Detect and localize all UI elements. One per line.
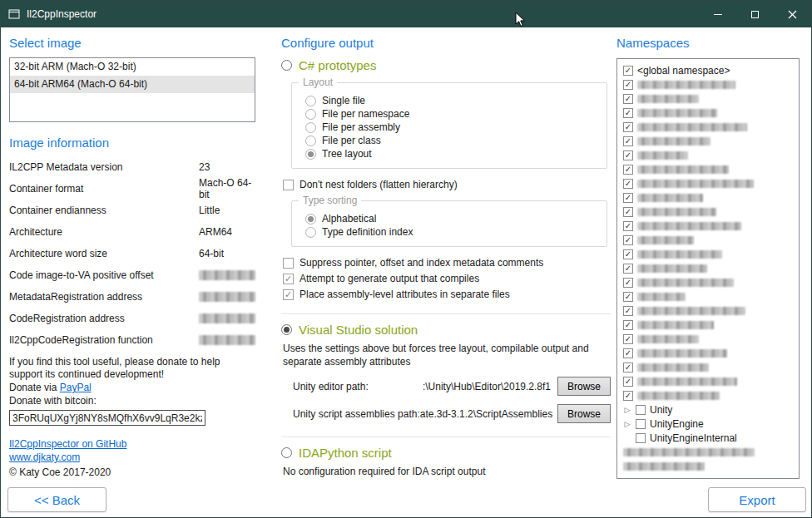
output-option-checkbox[interactable]: Attempt to generate output that compiles (283, 273, 612, 284)
namespace-checkbox[interactable] (623, 150, 633, 160)
namespace-item[interactable] (623, 361, 795, 374)
namespace-checkbox[interactable] (623, 122, 633, 132)
namespace-checkbox[interactable] (623, 136, 633, 146)
namespace-item[interactable] (623, 163, 795, 176)
namespace-label: <global namespace> (637, 65, 730, 76)
redacted-label (637, 250, 722, 259)
radio-csharp-prototypes[interactable]: C# prototypes (281, 58, 612, 72)
namespace-checkbox[interactable] (623, 306, 633, 316)
checkbox-icon (283, 258, 294, 269)
app-icon (8, 9, 20, 19)
image-list-item[interactable]: 32-bit ARM (Mach-O 32-bit) (10, 58, 255, 76)
option-label: Don't nest folders (flatten hierarchy) (300, 179, 458, 190)
namespace-item[interactable] (623, 347, 795, 360)
namespace-checkbox[interactable] (623, 80, 633, 90)
namespace-checkbox[interactable] (623, 264, 633, 274)
namespace-checkbox[interactable] (623, 179, 633, 189)
namespace-item[interactable]: ▷UnityEngine (623, 417, 795, 431)
namespace-label: Unity (650, 404, 672, 416)
namespace-item[interactable] (623, 333, 795, 346)
namespace-checkbox[interactable] (623, 377, 633, 387)
namespace-checkbox[interactable] (623, 66, 633, 76)
redacted-label (637, 123, 747, 131)
namespace-checkbox[interactable] (623, 108, 633, 118)
back-button[interactable]: << Back (7, 487, 106, 512)
namespace-item[interactable] (623, 191, 795, 205)
namespace-checkbox[interactable] (623, 278, 633, 288)
namespace-item[interactable] (623, 234, 795, 247)
website-link[interactable]: www.djkaty.com (9, 451, 80, 463)
layout-option[interactable]: File per assembly (305, 121, 598, 133)
layout-option[interactable]: File per class (305, 135, 598, 146)
namespace-checkbox[interactable] (623, 334, 633, 344)
namespace-item[interactable] (623, 276, 795, 289)
namespace-item[interactable] (623, 78, 795, 91)
type-sorting-option[interactable]: Type definition index (305, 226, 598, 238)
expander-icon[interactable]: ▷ (623, 406, 631, 414)
namespace-checkbox[interactable] (623, 363, 633, 372)
output-option-checkbox[interactable]: Suppress pointer, offset and index metad… (283, 257, 612, 269)
close-icon[interactable] (774, 1, 811, 27)
github-link[interactable]: Il2CppInspector on GitHub (9, 438, 126, 450)
maximize-icon[interactable] (736, 1, 774, 27)
namespace-item[interactable]: ▷Unity (623, 403, 795, 417)
browse-editor-path-button[interactable]: Browse (557, 377, 611, 396)
bitcoin-address-input[interactable] (9, 410, 205, 426)
radio-visual-studio-solution[interactable]: Visual Studio solution (281, 323, 612, 337)
namespace-item[interactable] (623, 135, 795, 148)
namespace-item[interactable]: UnityEngineInternal (623, 432, 795, 445)
flatten-hierarchy-checkbox[interactable]: Don't nest folders (flatten hierarchy) (283, 179, 612, 190)
namespace-checkbox[interactable] (623, 391, 633, 401)
namespace-item[interactable] (623, 318, 795, 332)
namespace-item[interactable] (623, 92, 795, 106)
layout-option[interactable]: File per namespace (305, 108, 598, 120)
namespace-checkbox[interactable] (636, 405, 646, 415)
namespace-item[interactable] (623, 121, 795, 134)
image-list-item[interactable]: 64-bit ARM64 (Mach-O 64-bit) (10, 76, 255, 93)
namespace-checkbox[interactable] (623, 94, 633, 104)
namespace-checkbox[interactable] (623, 348, 633, 358)
layout-option[interactable]: Tree layout (305, 148, 598, 160)
image-list[interactable]: 32-bit ARM (Mach-O 32-bit)64-bit ARM64 (… (9, 57, 255, 122)
namespace-checkbox[interactable] (623, 165, 633, 175)
export-button[interactable]: Export (708, 487, 806, 512)
paypal-link[interactable]: PayPal (60, 382, 92, 393)
namespace-checkbox[interactable] (623, 292, 633, 302)
radio-icon (305, 96, 316, 106)
namespace-item[interactable] (623, 205, 795, 219)
output-option-checkbox[interactable]: Place assembly-level attributes in separ… (283, 289, 612, 300)
namespace-checkbox[interactable] (623, 249, 633, 259)
namespace-item[interactable]: <global namespace> (623, 64, 795, 77)
redacted-label (637, 208, 716, 216)
namespace-checkbox[interactable] (623, 221, 633, 231)
namespace-checkbox[interactable] (623, 193, 633, 203)
namespace-item[interactable] (623, 460, 795, 473)
section-label: IDAPython script (299, 446, 392, 460)
namespace-item[interactable] (623, 290, 795, 303)
redacted-label (637, 236, 694, 244)
namespace-item[interactable] (623, 375, 795, 388)
namespace-item[interactable] (623, 446, 795, 459)
namespace-checkbox[interactable] (623, 235, 633, 245)
namespace-item[interactable] (623, 262, 795, 275)
namespace-checkbox[interactable] (636, 433, 646, 443)
layout-option[interactable]: Single file (305, 95, 598, 106)
expander-icon[interactable]: ▷ (623, 420, 631, 428)
namespace-item[interactable] (623, 106, 795, 120)
browse-assemblies-path-button[interactable]: Browse (557, 404, 611, 423)
namespace-checkbox[interactable] (623, 207, 633, 217)
minimize-icon[interactable] (699, 1, 736, 27)
type-sorting-groupbox: Type sorting Alphabetical Type definitio… (291, 200, 607, 247)
type-sorting-option[interactable]: Alphabetical (305, 213, 598, 224)
namespace-item[interactable] (623, 304, 795, 318)
namespace-item[interactable] (623, 220, 795, 233)
namespace-item[interactable] (623, 177, 795, 190)
namespace-item[interactable] (623, 389, 795, 402)
radio-idapython-script[interactable]: IDAPython script (281, 446, 612, 460)
namespace-checkbox[interactable] (623, 320, 633, 330)
namespaces-list[interactable]: <global namespace>▷Unity▷UnityEngineUnit… (616, 58, 800, 479)
namespace-item[interactable] (623, 248, 795, 261)
namespace-item[interactable] (623, 149, 795, 162)
namespace-checkbox[interactable] (636, 419, 646, 429)
redacted-label (623, 462, 705, 471)
